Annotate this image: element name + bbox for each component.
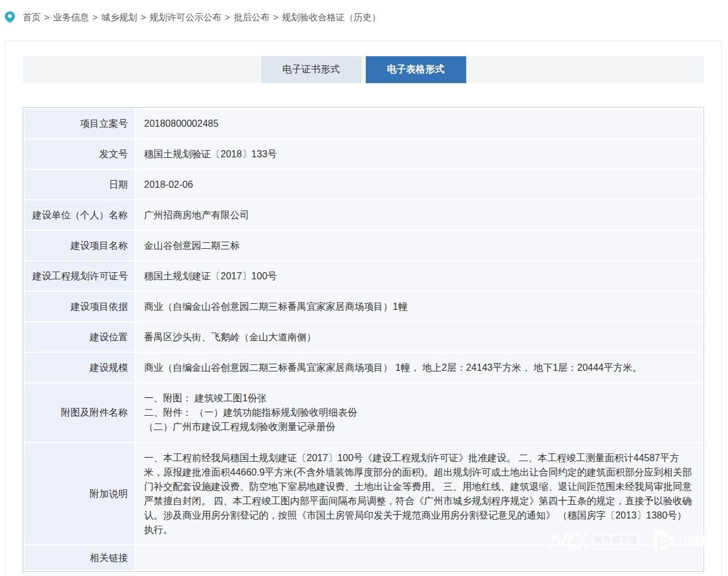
row-value: 商业（自编金山谷创意园二期三标番禺宜家家居商场项目） 1幢， 地上2层：2414… bbox=[136, 353, 702, 382]
tab-electronic-certificate[interactable]: 电子证书形式 bbox=[261, 56, 362, 83]
table-row: 附图及附件名称一、附图： 建筑竣工图1份张二、附件： （一）建筑功能指标规划验收… bbox=[25, 383, 702, 442]
location-pin-icon bbox=[5, 11, 15, 23]
table-row: 建设项目名称金山谷创意园二期三标 bbox=[25, 231, 702, 260]
row-label: 建设单位（个人）名称 bbox=[25, 200, 134, 230]
breadcrumb-item[interactable]: 城乡规划 bbox=[102, 12, 137, 22]
row-label: 附加说明 bbox=[25, 443, 134, 544]
row-value: 商业（自编金山谷创意园二期三标番禺宜家家居商场项目）1幢 bbox=[136, 292, 702, 321]
table-row: 日期2018-02-06 bbox=[25, 170, 702, 199]
value-line: 执行。 bbox=[144, 523, 694, 537]
table-row: 建设位置番禺区沙头街、飞鹅岭（金山大道南侧） bbox=[25, 322, 702, 352]
row-value: 一、附图： 建筑竣工图1份张二、附件： （一）建筑功能指标规划验收明细表份（二）… bbox=[136, 383, 702, 442]
table-row: 项目立案号20180800002485 bbox=[25, 109, 702, 138]
value-line: 门补交配套设施建设费、防空地下室易地建设费、土地出让金等费用。 三、用地红线、建… bbox=[144, 480, 694, 494]
row-label: 建设位置 bbox=[25, 322, 134, 352]
breadcrumb-separator: > bbox=[225, 12, 230, 22]
row-value: 20180800002485 bbox=[136, 109, 702, 138]
row-value: 番禺区沙头街、飞鹅岭（金山大道南侧） bbox=[136, 322, 702, 352]
row-value: 穗国土规划验证〔2018〕133号 bbox=[136, 139, 702, 169]
breadcrumb-items: 首页>业务信息>城乡规划>规划许可公示公布>批后公布>规划验收合格证（历史） bbox=[23, 12, 381, 23]
content-card: 电子证书形式电子表格形式 项目立案号20180800002485发文号穗国土规划… bbox=[5, 41, 722, 576]
value-line: 认。涉及商业用房分割登记的，按照《市国土房管局印发关于规范商业用房分割登记意见的… bbox=[144, 508, 694, 523]
row-label: 发文号 bbox=[25, 139, 134, 169]
row-label: 日期 bbox=[25, 170, 134, 199]
value-line: 米，原报建批准面积44660.9平方米(不含外墙装饰厚度部分的面积)。超出规划许… bbox=[144, 465, 694, 480]
row-label: 建设工程规划许可证号 bbox=[25, 261, 134, 291]
row-label: 建设项目依据 bbox=[25, 292, 134, 321]
table-row: 建设项目依据商业（自编金山谷创意园二期三标番禺宜家家居商场项目）1幢 bbox=[25, 292, 702, 321]
value-line: 严禁擅自封闭。 四、本工程竣工图内部平面间隔布局调整，符合《广州市城乡规划程序规… bbox=[144, 494, 694, 508]
table-row: 发文号穗国土规划验证〔2018〕133号 bbox=[25, 139, 702, 169]
value-line: 一、本工程前经我局穗国土规划建证〔2017〕100号《建设工程规划许可证》批准建… bbox=[144, 451, 694, 465]
row-label: 附图及附件名称 bbox=[25, 383, 134, 442]
value-line: （二）广州市建设工程规划验收测量记录册份 bbox=[144, 420, 694, 434]
breadcrumb-item[interactable]: 批后公布 bbox=[234, 12, 270, 22]
tab-electronic-table[interactable]: 电子表格形式 bbox=[366, 56, 466, 83]
breadcrumb-item[interactable]: 首页 bbox=[23, 12, 41, 22]
table-row: 建设单位（个人）名称广州招商房地产有限公司 bbox=[25, 200, 702, 230]
table-row: 建设规模商业（自编金山谷创意园二期三标番禺宜家家居商场项目） 1幢， 地上2层：… bbox=[25, 353, 702, 382]
breadcrumb-separator: > bbox=[141, 12, 146, 22]
row-value: 广州招商房地产有限公司 bbox=[136, 200, 702, 230]
row-value: 穗国土规划建证〔2017〕100号 bbox=[136, 261, 702, 291]
detail-table: 项目立案号20180800002485发文号穗国土规划验证〔2018〕133号日… bbox=[23, 107, 704, 572]
value-line: 二、附件： （一）建筑功能指标规划验收明细表份 bbox=[144, 406, 694, 420]
breadcrumb-item[interactable]: 规划验收合格证（历史） bbox=[282, 12, 381, 22]
page: 首页>业务信息>城乡规划>规划许可公示公布>批后公布>规划验收合格证（历史） 电… bbox=[0, 0, 728, 576]
value-line: 一、附图： 建筑竣工图1份张 bbox=[144, 391, 694, 406]
row-label: 相关链接 bbox=[25, 545, 134, 570]
table-row: 相关链接 bbox=[25, 545, 702, 570]
tab-strip: 电子证书形式电子表格形式 bbox=[23, 56, 704, 83]
table-row: 附加说明一、本工程前经我局穗国土规划建证〔2017〕100号《建设工程规划许可证… bbox=[25, 443, 702, 544]
row-label: 项目立案号 bbox=[25, 109, 134, 138]
breadcrumb-item[interactable]: 规划许可公示公布 bbox=[149, 12, 221, 22]
breadcrumb-separator: > bbox=[44, 12, 50, 22]
table-row: 建设工程规划许可证号穗国土规划建证〔2017〕100号 bbox=[25, 261, 702, 291]
row-value: 金山谷创意园二期三标 bbox=[136, 231, 702, 260]
row-value bbox=[136, 545, 702, 570]
detail-table-body: 项目立案号20180800002485发文号穗国土规划验证〔2018〕133号日… bbox=[25, 109, 702, 570]
row-value: 2018-02-06 bbox=[136, 170, 702, 199]
row-value: 一、本工程前经我局穗国土规划建证〔2017〕100号《建设工程规划许可证》批准建… bbox=[136, 443, 702, 544]
breadcrumb-separator: > bbox=[273, 12, 279, 22]
breadcrumb-separator: > bbox=[93, 12, 98, 22]
breadcrumb: 首页>业务信息>城乡规划>规划许可公示公布>批后公布>规划验收合格证（历史） bbox=[0, 0, 728, 41]
row-label: 建设规模 bbox=[25, 353, 134, 382]
breadcrumb-item[interactable]: 业务信息 bbox=[53, 12, 89, 22]
row-label: 建设项目名称 bbox=[25, 231, 134, 260]
